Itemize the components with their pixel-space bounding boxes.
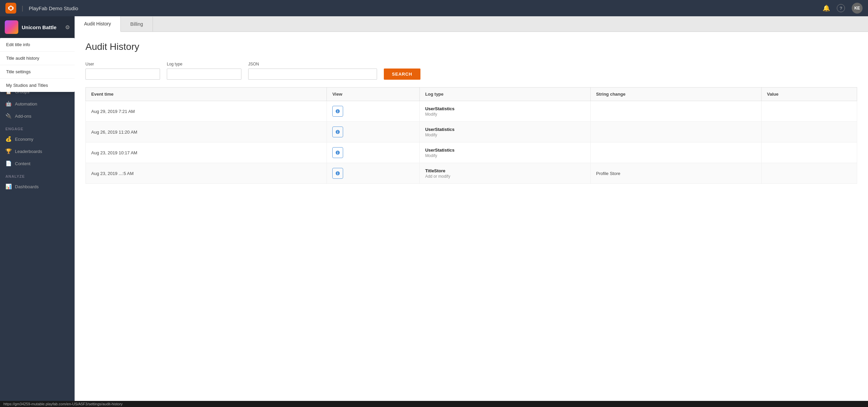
log-type-main: TitleStore: [425, 168, 585, 173]
svg-text:i: i: [337, 110, 338, 113]
sidebar-label-dashboards: Dashboards: [15, 184, 39, 189]
cell-log-type: UserStatisticsModify: [419, 142, 590, 163]
cell-string-change: [590, 101, 761, 122]
dropdown-menu: Edit title info Title audit history Titl…: [0, 38, 75, 92]
sidebar-label-leaderboards: Leaderboards: [15, 149, 42, 154]
log-type-main: UserStatistics: [425, 148, 585, 153]
filter-input-user[interactable]: [85, 69, 160, 80]
search-button[interactable]: SEARCH: [384, 69, 420, 80]
navbar-right: 🔔 ? KE: [823, 3, 863, 14]
filter-group-json: JSON: [248, 62, 377, 80]
sidebar-label-addons: Add-ons: [15, 114, 31, 119]
main-content: Audit History Billing Audit History User…: [75, 16, 868, 407]
dropdown-item-audit[interactable]: Title audit history: [0, 52, 75, 65]
filter-label-user: User: [85, 62, 160, 66]
user-avatar[interactable]: KE: [852, 3, 863, 14]
sidebar: Unicorn Battle ⚙ Edit title info Title a…: [0, 16, 75, 407]
cell-event-time: Aug 23, 2019 ...:5 AM: [86, 163, 327, 184]
filter-input-json[interactable]: [248, 69, 377, 80]
dashboards-icon: 📊: [5, 183, 12, 190]
tab-billing[interactable]: Billing: [121, 17, 153, 32]
sidebar-item-content[interactable]: 📄 Content: [0, 157, 75, 170]
filter-label-logtype: Log type: [167, 62, 241, 66]
sidebar-label-automation: Automation: [15, 101, 37, 106]
cell-view: i: [327, 122, 420, 142]
section-label-engage: ENGAGE: [0, 122, 75, 133]
table-row: Aug 26, 2019 11:20 AMiUserStatisticsModi…: [86, 122, 857, 142]
cell-value: [761, 142, 857, 163]
app-logo[interactable]: [5, 3, 16, 14]
page-body: Audit History User Log type JSON SEARCH: [75, 32, 868, 407]
cell-string-change: [590, 142, 761, 163]
page-heading: Audit History: [85, 41, 857, 52]
game-icon: [5, 20, 18, 34]
studio-name: PlayFab Demo Studio: [29, 5, 78, 11]
economy-icon: 💰: [5, 136, 12, 142]
filter-label-json: JSON: [248, 62, 377, 66]
sidebar-item-dashboards[interactable]: 📊 Dashboards: [0, 180, 75, 193]
cell-string-change: [590, 122, 761, 142]
navbar-divider: |: [22, 5, 23, 12]
filter-row: User Log type JSON SEARCH: [85, 62, 857, 80]
game-title: Unicorn Battle: [22, 24, 57, 30]
view-button[interactable]: i: [332, 168, 343, 179]
tab-bar: Audit History Billing: [75, 16, 868, 32]
cell-view: i: [327, 101, 420, 122]
cell-event-time: Aug 23, 2019 10:17 AM: [86, 142, 327, 163]
col-string-change: String change: [590, 88, 761, 101]
dropdown-item-settings[interactable]: Title settings: [0, 65, 75, 79]
sidebar-label-content: Content: [15, 161, 31, 166]
col-event-time: Event time: [86, 88, 327, 101]
log-type-sub: Modify: [425, 112, 585, 117]
col-value: Value: [761, 88, 857, 101]
gear-icon[interactable]: ⚙: [65, 24, 70, 31]
dropdown-item-edit[interactable]: Edit title info: [0, 38, 75, 52]
cell-event-time: Aug 29, 2019 7:21 AM: [86, 101, 327, 122]
svg-text:i: i: [337, 130, 338, 134]
cell-value: [761, 101, 857, 122]
col-log-type: Log type: [419, 88, 590, 101]
sidebar-label-economy: Economy: [15, 137, 33, 142]
table-row: Aug 23, 2019 ...:5 AMiTitleStoreAdd or m…: [86, 163, 857, 184]
log-type-main: UserStatistics: [425, 106, 585, 111]
filter-group-logtype: Log type: [167, 62, 241, 80]
sidebar-item-automation[interactable]: 🤖 Automation: [0, 98, 75, 110]
svg-text:i: i: [337, 172, 338, 175]
dropdown-item-studios[interactable]: My Studios and Titles: [0, 79, 75, 92]
svg-point-1: [9, 7, 12, 9]
status-url: https://gm34259-mutable.playfab.com/en-U…: [3, 402, 123, 406]
filter-group-user: User: [85, 62, 160, 80]
log-type-main: UserStatistics: [425, 127, 585, 132]
content-icon: 📄: [5, 160, 12, 167]
log-type-sub: Add or modify: [425, 174, 585, 179]
log-type-sub: Modify: [425, 153, 585, 158]
cell-log-type: UserStatisticsModify: [419, 122, 590, 142]
col-view: View: [327, 88, 420, 101]
sidebar-item-addons[interactable]: 🔌 Add-ons: [0, 110, 75, 122]
sidebar-item-leaderboards[interactable]: 🏆 Leaderboards: [0, 145, 75, 157]
view-button[interactable]: i: [332, 127, 343, 137]
cell-view: i: [327, 142, 420, 163]
filter-input-logtype[interactable]: [167, 69, 241, 80]
section-label-analyze: ANALYZE: [0, 170, 75, 180]
table-row: Aug 29, 2019 7:21 AMiUserStatisticsModif…: [86, 101, 857, 122]
log-type-sub: Modify: [425, 133, 585, 137]
addons-icon: 🔌: [5, 113, 12, 119]
table-row: Aug 23, 2019 10:17 AMiUserStatisticsModi…: [86, 142, 857, 163]
audit-table: Event time View Log type String change V…: [85, 87, 857, 184]
view-button[interactable]: i: [332, 147, 343, 158]
view-button[interactable]: i: [332, 106, 343, 117]
sidebar-item-economy[interactable]: 💰 Economy: [0, 133, 75, 145]
help-icon[interactable]: ?: [837, 4, 845, 12]
svg-text:i: i: [337, 151, 338, 155]
cell-string-change: Profile Store: [590, 163, 761, 184]
tab-audit-history[interactable]: Audit History: [75, 16, 121, 32]
cell-log-type: UserStatisticsModify: [419, 101, 590, 122]
app-layout: Unicorn Battle ⚙ Edit title info Title a…: [0, 16, 868, 407]
cell-event-time: Aug 26, 2019 11:20 AM: [86, 122, 327, 142]
navbar: | PlayFab Demo Studio 🔔 ? KE: [0, 0, 868, 16]
sidebar-header[interactable]: Unicorn Battle ⚙ Edit title info Title a…: [0, 16, 75, 38]
cell-view: i: [327, 163, 420, 184]
cell-log-type: TitleStoreAdd or modify: [419, 163, 590, 184]
bell-icon[interactable]: 🔔: [823, 4, 830, 12]
